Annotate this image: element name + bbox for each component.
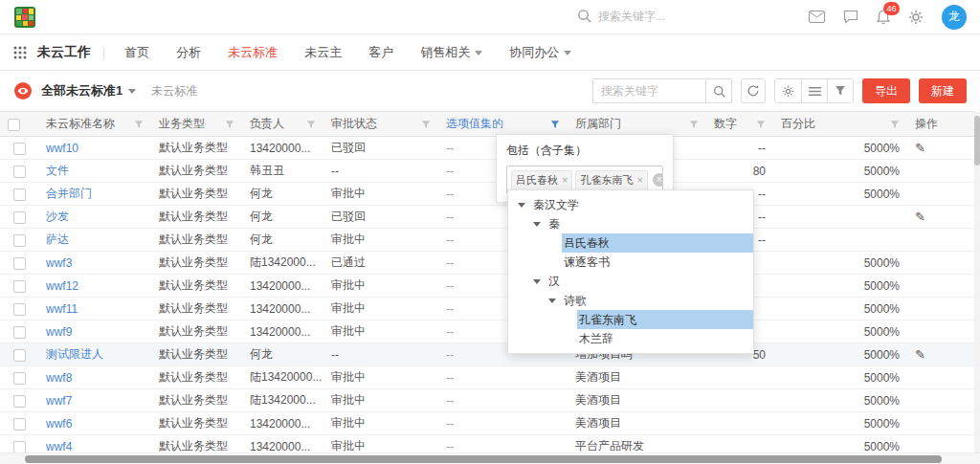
filter-funnel-icon[interactable] [689,120,699,129]
nav-item-3[interactable]: 未云标准 [228,44,278,61]
gear-icon[interactable] [908,10,924,25]
filter-condition-label[interactable]: 包括（含子集） [506,143,663,159]
nav-item-1[interactable]: 首页 [124,44,149,61]
filter-funnel-icon[interactable] [225,120,234,129]
filter-funnel-icon[interactable] [134,120,144,129]
record-link[interactable]: wwf12 [46,279,78,293]
clear-tags-icon[interactable]: × [653,173,663,187]
column-header-9[interactable]: 操作 [907,112,974,137]
export-button[interactable]: 导出 [862,78,910,103]
row-checkbox[interactable] [13,143,26,155]
tree-node-label[interactable]: 吕氏春秋 [562,233,753,253]
list-view-button[interactable] [801,79,827,102]
row-checkbox[interactable] [13,303,26,316]
apps-grid-icon[interactable] [13,46,27,59]
horizontal-scrollbar-thumb[interactable] [25,455,942,463]
tree-node[interactable]: 秦 [508,214,753,233]
list-search-button[interactable] [705,78,732,103]
row-checkbox[interactable] [13,418,26,431]
create-button[interactable]: 新建 [919,78,967,103]
edit-icon[interactable]: ✎ [915,347,925,362]
tree-node[interactable]: 木兰辞 [508,329,753,348]
row-checkbox[interactable] [13,257,26,270]
record-link[interactable]: wwf11 [46,302,78,316]
nav-item-7[interactable]: 协同办公 [509,44,571,61]
edit-icon[interactable]: ✎ [915,210,925,224]
row-checkbox[interactable] [13,166,26,178]
edit-icon[interactable]: ✎ [915,141,925,155]
column-header-6[interactable]: 所属部门 [568,112,706,137]
row-checkbox[interactable] [13,211,26,224]
caret-down-icon[interactable] [548,298,556,307]
app-logo[interactable] [13,6,36,29]
column-settings-button[interactable] [775,79,801,102]
column-header-1[interactable]: 未云标准名称 [38,112,151,137]
record-link[interactable]: 文件 [46,164,69,177]
record-link[interactable]: wwf6 [46,417,72,431]
mail-icon[interactable] [809,11,825,23]
tree-node[interactable]: 秦汉文学 [508,195,753,214]
nav-item-6[interactable]: 销售相关 [420,44,482,61]
tree-node[interactable]: 诗歌 [508,291,753,310]
filter-funnel-icon[interactable] [550,120,560,129]
record-link[interactable]: wwf8 [46,371,72,385]
record-link[interactable]: wwf9 [46,325,72,339]
tag-remove-icon[interactable]: × [562,175,568,186]
row-checkbox[interactable] [13,234,26,247]
filter-button[interactable] [827,79,853,102]
tree-node-label[interactable]: 诗歌 [562,291,753,310]
row-checkbox[interactable] [13,326,26,339]
row-checkbox[interactable] [13,395,26,408]
nav-item-2[interactable]: 分析 [176,44,201,61]
record-link[interactable]: wwf3 [46,256,72,270]
record-link[interactable]: wwf4 [46,440,72,453]
column-header-2[interactable]: 业务类型 [151,112,242,137]
filter-funnel-icon[interactable] [306,120,316,129]
tree-node[interactable]: 孔雀东南飞 [508,310,753,329]
record-link[interactable]: 沙发 [46,210,69,223]
column-header-7[interactable]: 数字 [706,112,773,137]
row-checkbox[interactable] [13,349,26,362]
chat-icon[interactable] [843,10,858,24]
vertical-scrollbar-thumb[interactable] [974,116,980,166]
tree-node[interactable]: 吕氏春秋 [508,233,753,253]
filter-funnel-icon[interactable] [890,120,900,129]
tree-node-label[interactable]: 木兰辞 [577,329,753,348]
tree-node[interactable]: 汉 [508,272,753,291]
select-all-checkbox[interactable] [8,119,20,131]
caret-down-icon[interactable] [533,222,541,231]
global-search[interactable]: 搜索关键字... [577,9,665,26]
workspace-title[interactable]: 未云工作 [37,44,91,61]
tree-node[interactable]: 谏逐客书 [508,253,753,272]
column-header-5[interactable]: 选项值集的 [438,112,568,137]
tree-node-label[interactable]: 汉 [546,272,753,291]
caret-down-icon[interactable] [518,203,525,211]
tree-node-label[interactable]: 秦汉文学 [531,195,753,214]
nav-item-5[interactable]: 客户 [368,44,393,61]
row-checkbox[interactable] [13,280,26,293]
notifications-button[interactable]: 46 [877,10,890,25]
caret-down-icon[interactable] [533,279,541,288]
tree-node-label[interactable]: 秦 [546,214,753,233]
record-link[interactable]: 测试限进人 [46,347,103,361]
row-checkbox[interactable] [13,188,26,201]
row-checkbox[interactable] [13,372,26,385]
record-link[interactable]: 合并部门 [46,187,92,200]
view-title[interactable]: 全部未云标准1 [41,82,122,99]
row-checkbox[interactable] [13,441,26,453]
nav-item-4[interactable]: 未云主 [304,44,342,61]
view-caret-icon[interactable] [128,89,136,98]
column-header-8[interactable]: 百分比 [773,112,907,137]
record-link[interactable]: wwf7 [46,394,72,408]
filter-funnel-icon[interactable] [421,120,431,129]
record-link[interactable]: 萨达 [46,232,69,246]
avatar[interactable]: 龙 [942,5,967,30]
filter-funnel-icon[interactable] [756,120,766,129]
column-header-4[interactable]: 审批状态 [323,112,438,137]
refresh-button[interactable] [741,78,766,103]
tree-node-label[interactable]: 孔雀东南飞 [577,310,753,329]
list-search-input[interactable] [592,78,705,103]
tree-node-label[interactable]: 谏逐客书 [562,253,753,272]
column-header-3[interactable]: 负责人 [242,112,323,137]
tag-remove-icon[interactable]: × [636,175,642,186]
